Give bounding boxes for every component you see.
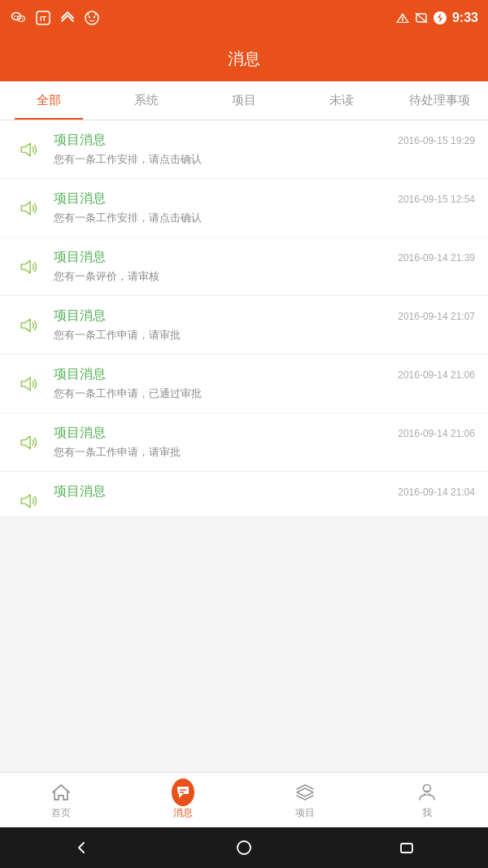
message-item[interactable]: 项目消息 2016-09-15 12:54 您有一条工作安排，请点击确认	[0, 179, 488, 238]
system-nav-bar	[0, 827, 488, 868]
message-list: 项目消息 2016-09-15 19:29 您有一条工作安排，请点击确认 项目消…	[0, 120, 488, 772]
nav-project[interactable]: 项目	[244, 781, 366, 820]
tab-bar: 全部 系统 项目 未读 待处理事项	[0, 81, 488, 120]
message-title: 项目消息	[54, 132, 106, 149]
speaker-icon	[13, 428, 42, 457]
message-content: 项目消息 2016-09-14 21:04	[54, 483, 475, 504]
tab-unread[interactable]: 未读	[293, 81, 390, 120]
message-item[interactable]: 项目消息 2016-09-14 21:04	[0, 472, 488, 517]
tab-project[interactable]: 项目	[195, 81, 293, 120]
message-body: 您有一条工作申请，请审批	[54, 445, 475, 460]
message-content: 项目消息 2016-09-15 12:54 您有一条工作安排，请点击确认	[54, 190, 475, 225]
svg-point-8	[85, 11, 98, 24]
wechat-icon	[10, 9, 28, 27]
status-bar: IT	[0, 0, 488, 36]
message-item[interactable]: 项目消息 2016-09-14 21:07 您有一条工作申请，请审批	[0, 296, 488, 355]
message-title: 项目消息	[54, 249, 106, 266]
home-icon	[50, 781, 72, 804]
message-time: 2016-09-14 21:39	[398, 252, 475, 264]
speaker-icon	[13, 486, 42, 516]
signal-icon	[395, 12, 410, 24]
status-right-icons: 9:33	[395, 11, 478, 25]
message-body: 您有一条工作安排，请点击确认	[54, 211, 475, 225]
cat-icon	[83, 9, 101, 27]
layers-icon	[294, 781, 316, 804]
message-title: 项目消息	[54, 190, 106, 207]
status-time: 9:33	[452, 11, 478, 25]
message-content: 项目消息 2016-09-14 21:06 您有一条工作申请，请审批	[54, 425, 475, 460]
header-title: 消息	[228, 48, 260, 70]
nav-home[interactable]: 首页	[0, 781, 122, 820]
message-time: 2016-09-14 21:07	[398, 311, 475, 322]
message-body: 您有一条工作申请，请审批	[54, 328, 475, 342]
svg-point-10	[94, 16, 95, 18]
message-time: 2016-09-15 19:29	[398, 135, 475, 146]
message-title: 项目消息	[54, 483, 106, 500]
speaker-icon	[13, 311, 42, 340]
it-icon: IT	[34, 9, 52, 27]
nav-home-label: 首页	[51, 806, 71, 820]
message-title: 项目消息	[54, 366, 106, 383]
message-body: 您有一条评价，请审核	[54, 269, 475, 284]
speaker-icon	[13, 369, 42, 399]
message-body: 您有一条工作安排，请点击确认	[54, 152, 475, 167]
status-left-icons: IT	[10, 9, 101, 27]
message-title: 项目消息	[54, 308, 106, 325]
recents-button[interactable]	[395, 836, 418, 859]
svg-point-9	[89, 16, 90, 18]
svg-point-1	[14, 15, 15, 17]
svg-point-16	[434, 11, 447, 24]
svg-rect-21	[401, 844, 412, 853]
home-button[interactable]	[233, 836, 255, 859]
message-time: 2016-09-14 21:04	[398, 486, 475, 498]
nav-message-label: 消息	[173, 806, 193, 820]
message-time: 2016-09-14 21:06	[398, 369, 475, 381]
message-time: 2016-09-14 21:06	[398, 428, 475, 439]
no-sim-icon	[415, 12, 428, 24]
message-item[interactable]: 项目消息 2016-09-15 19:29 您有一条工作安排，请点击确认	[0, 120, 488, 179]
nav-me[interactable]: 我	[366, 781, 488, 820]
nav-project-label: 项目	[295, 806, 315, 820]
message-content: 项目消息 2016-09-14 21:39 您有一条评价，请审核	[54, 249, 475, 284]
message-nav-icon	[172, 781, 194, 804]
arrow-icon	[59, 9, 76, 27]
speaker-icon	[13, 135, 42, 164]
nav-me-label: 我	[422, 806, 432, 820]
message-item[interactable]: 项目消息 2016-09-14 21:06 您有一条工作申请，已通过审批	[0, 355, 488, 413]
svg-point-20	[237, 841, 251, 854]
back-button[interactable]	[70, 836, 93, 859]
speaker-icon	[13, 252, 42, 281]
user-icon	[416, 781, 438, 804]
tab-pending[interactable]: 待处理事项	[390, 81, 488, 120]
svg-point-5	[22, 18, 24, 20]
nav-message[interactable]: 消息	[122, 781, 244, 820]
message-body: 您有一条工作申请，已通过审批	[54, 386, 475, 401]
bolt-icon	[433, 11, 447, 25]
message-content: 项目消息 2016-09-14 21:07 您有一条工作申请，请审批	[54, 308, 475, 342]
message-item[interactable]: 项目消息 2016-09-14 21:39 您有一条评价，请审核	[0, 238, 488, 296]
speaker-icon	[13, 194, 42, 223]
tab-all[interactable]: 全部	[0, 81, 98, 120]
message-time: 2016-09-15 12:54	[398, 194, 475, 205]
tab-system[interactable]: 系统	[98, 81, 195, 120]
svg-point-4	[20, 18, 21, 20]
message-item[interactable]: 项目消息 2016-09-14 21:06 您有一条工作申请，请审批	[0, 413, 488, 472]
svg-text:IT: IT	[40, 15, 47, 23]
message-content: 项目消息 2016-09-15 19:29 您有一条工作安排，请点击确认	[54, 132, 475, 167]
message-title: 项目消息	[54, 425, 106, 442]
header: 消息	[0, 36, 488, 81]
bottom-nav: 首页 消息 项目	[0, 772, 488, 827]
message-content: 项目消息 2016-09-14 21:06 您有一条工作申请，已通过审批	[54, 366, 475, 401]
